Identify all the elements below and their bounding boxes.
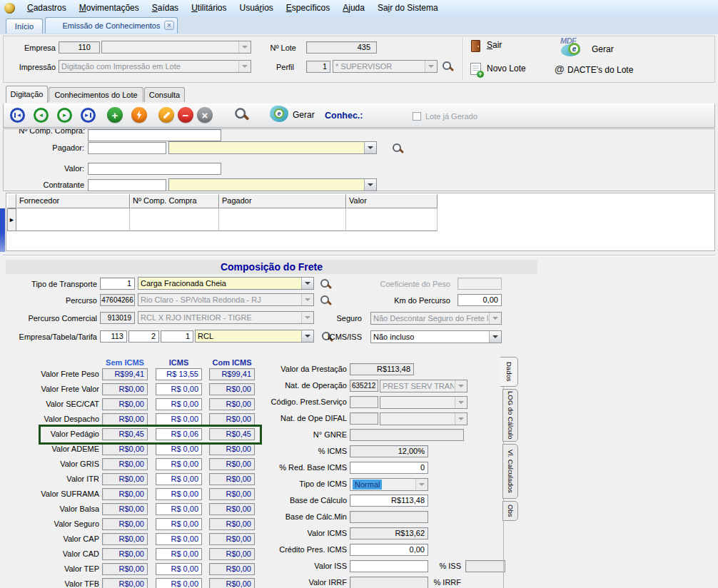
menu-especificos[interactable]: Específicos <box>280 1 336 16</box>
menu-cadastros[interactable]: Cadastros <box>21 1 73 16</box>
valor-frete-peso-sem-field[interactable]: R$99,41 <box>102 368 148 380</box>
percurso-comercial-combo[interactable]: RCL X RJO INTERIOR - TIGRE <box>138 311 314 324</box>
empresa-name-combo[interactable] <box>101 41 251 54</box>
valor-input[interactable] <box>88 163 221 175</box>
perfil-search-icon[interactable] <box>442 61 453 72</box>
valor-balsa-icms-field[interactable]: R$ 0,00 <box>156 503 202 515</box>
pagador-code-input[interactable] <box>88 142 166 154</box>
dacte-do-lote-button[interactable]: @ DACTE's do Lote <box>553 63 646 77</box>
search-button[interactable] <box>234 107 248 121</box>
codigo-prest-servico-combo[interactable] <box>380 396 467 409</box>
side-tab-dados[interactable]: Dados <box>500 357 518 387</box>
tarifa-empresa-field[interactable]: 113 <box>100 330 127 343</box>
n-gnre-field[interactable] <box>350 429 464 441</box>
column-header-fornecedor[interactable]: Fornecedor <box>16 194 130 208</box>
column-header-pagador[interactable]: Pagador <box>219 194 346 208</box>
table-cell-valor[interactable] <box>346 208 438 231</box>
valor-frete-valor-sem-field[interactable]: R$0,00 <box>102 383 148 395</box>
nav-first-record-button[interactable]: ◄ <box>10 108 25 123</box>
lote-field[interactable]: 435 <box>306 41 377 54</box>
novo-lote-button[interactable]: + Novo Lote <box>468 61 536 77</box>
valor-despacho-icms-field[interactable]: R$ 0,00 <box>156 413 202 425</box>
pagador-search-icon[interactable] <box>392 143 403 154</box>
seguro-combo[interactable]: Não Descontar Seguro do Frete P <box>370 312 502 325</box>
base-de-calculo-field[interactable]: R$113,48 <box>350 495 428 507</box>
valor-tfb-icms-field[interactable]: R$ 0,00 <box>156 578 202 588</box>
menu-saidas[interactable]: Saídas <box>146 1 185 16</box>
edit-record-button[interactable] <box>158 107 174 123</box>
contratante-combo[interactable] <box>168 178 377 191</box>
tipo-de-icms-combo[interactable]: Normal <box>350 478 428 491</box>
tarifa-tarifa-field[interactable]: 1 <box>161 330 193 343</box>
perfil-combo[interactable]: * SUPERVISOR <box>333 60 438 73</box>
execute-button[interactable] <box>131 107 147 123</box>
contratante-code-input[interactable] <box>88 179 166 191</box>
column-header-n-comp-compra[interactable]: Nº Comp. Compra <box>130 194 219 208</box>
tipo-transporte-search-icon[interactable] <box>320 278 331 290</box>
valor-irrf-field[interactable] <box>350 577 428 588</box>
red-base-icms-field[interactable]: 0 <box>350 462 428 474</box>
percurso-comercial-code-field[interactable]: 913019 <box>100 312 135 324</box>
nat-de-operacao-code-field[interactable]: 635212 <box>350 380 378 392</box>
valor-cad-sem-field[interactable]: R$0,00 <box>102 548 148 560</box>
perfil-code-field[interactable]: 1 <box>306 61 330 73</box>
valor-cap-sem-field[interactable]: R$0,00 <box>102 533 148 545</box>
tab-conhecimentos-do-lote[interactable]: Conhecimentos do Lote <box>49 87 143 102</box>
menu-movimentacoes[interactable]: Movimentações <box>73 1 146 16</box>
side-tab-vl-calculados[interactable]: Vl. Calculados <box>502 444 518 499</box>
tab-consulta[interactable]: Consulta <box>144 87 185 102</box>
icms-iss-combo[interactable]: Não incluso <box>370 330 502 343</box>
sair-button[interactable]: Sair <box>468 38 520 54</box>
add-record-button[interactable]: + <box>107 107 123 123</box>
valor-seguro-sem-field[interactable]: R$0,00 <box>102 518 148 530</box>
menu-sair-do-sistema[interactable]: Sair do Sistema <box>371 1 445 16</box>
valor-cad-icms-field[interactable]: R$ 0,00 <box>156 548 202 560</box>
valor-balsa-sem-field[interactable]: R$0,00 <box>102 503 148 515</box>
valor-frete-peso-icms-field[interactable]: R$ 13,55 <box>156 368 202 380</box>
icms-field[interactable]: 12,00% <box>350 445 428 457</box>
column-header-valor[interactable]: Valor <box>346 194 438 208</box>
valor-cap-icms-field[interactable]: R$ 0,00 <box>156 533 202 545</box>
coeficiente-peso-field[interactable] <box>457 278 502 290</box>
nat-de-ope-difal-code-field[interactable] <box>350 412 378 425</box>
percurso-combo[interactable]: Rio Claro - SP/Volta Redonda - RJ <box>138 293 314 306</box>
tab-digitacao[interactable]: Digitação <box>6 86 48 103</box>
valor-itr-icms-field[interactable]: R$ 0,00 <box>156 473 202 485</box>
valor-sec-cat-icms-field[interactable]: R$ 0,00 <box>156 398 202 410</box>
base-de-calc-min-field[interactable] <box>350 511 428 523</box>
gerar-cte-button[interactable]: e Gerar <box>270 106 321 126</box>
nat-de-operacao-combo[interactable]: PREST SERV TRANSI <box>380 380 467 392</box>
valor-iss-field[interactable] <box>350 560 428 572</box>
percurso-search-icon[interactable] <box>320 295 331 306</box>
valor-da-prestacao-field[interactable]: R$113,48 <box>350 363 414 375</box>
credito-pres-icms-field[interactable]: 0,00 <box>350 544 428 556</box>
table-cell-n-comp-compra[interactable] <box>130 208 219 231</box>
empresa-code-field[interactable]: 110 <box>59 41 100 54</box>
valor-suframa-icms-field[interactable]: R$ 0,00 <box>156 488 202 500</box>
valor-sec-cat-sem-field[interactable]: R$0,00 <box>102 398 148 410</box>
codigo-prest-servico-code-field[interactable] <box>350 396 378 408</box>
menu-utilitarios[interactable]: Utilitários <box>185 1 233 16</box>
km-percurso-field[interactable]: 0,00 <box>457 294 502 306</box>
side-tab-log-do-calculo[interactable]: LOG do Cálculo <box>502 389 518 442</box>
delete-record-button[interactable]: − <box>178 107 193 123</box>
percurso-code-field[interactable]: 47604266 <box>100 294 135 306</box>
nav-previous-record-button[interactable]: ◄ <box>34 108 49 123</box>
menu-usuarios[interactable]: Usuários <box>233 1 279 16</box>
tarifa-combo[interactable]: RCL <box>195 330 314 343</box>
lote-ja-gerado-checkbox[interactable] <box>413 112 421 121</box>
impressao-combo[interactable]: Digitação com Impressão em Lote <box>59 60 251 73</box>
tab-inicio[interactable]: Início <box>6 19 43 34</box>
nav-last-record-button[interactable]: ► <box>81 108 96 123</box>
nav-next-record-button[interactable]: ► <box>57 108 72 123</box>
valor-tfb-sem-field[interactable]: R$0,00 <box>102 578 148 588</box>
table-cell-fornecedor[interactable] <box>16 208 130 231</box>
table-cell-pagador[interactable] <box>219 208 346 231</box>
comp-compra-input[interactable] <box>88 129 221 141</box>
valor-suframa-sem-field[interactable]: R$0,00 <box>102 488 148 500</box>
valor-ademe-sem-field[interactable]: R$0,00 <box>102 443 148 455</box>
tipo-transporte-combo[interactable]: Carga Fracionada Cheia <box>138 277 314 290</box>
nat-de-ope-difal-combo[interactable] <box>380 412 467 425</box>
valor-seguro-icms-field[interactable]: R$ 0,00 <box>156 518 202 530</box>
close-tab-icon[interactable]: × <box>164 21 174 30</box>
